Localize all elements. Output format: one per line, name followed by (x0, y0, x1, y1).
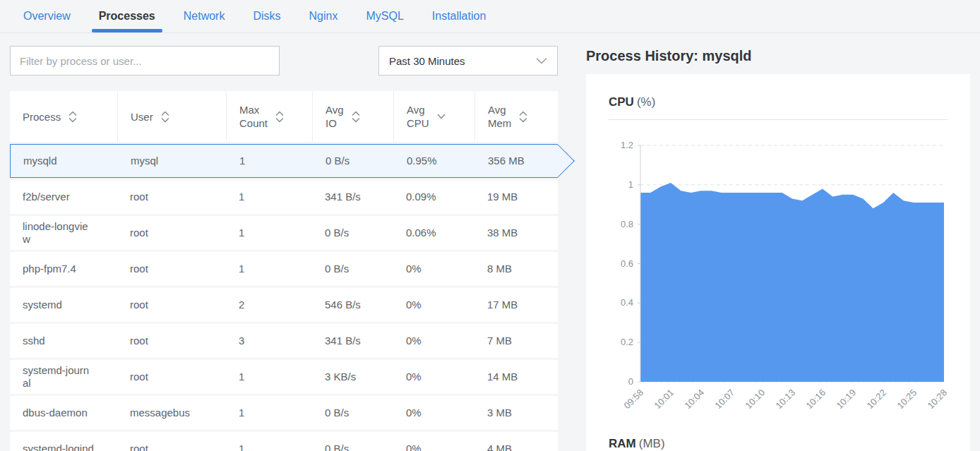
column-label: MaxCount (239, 103, 268, 130)
cell-avg-io: 0 B/s (312, 396, 393, 430)
table-row[interactable]: systemd-journalroot13 KB/s0%14 MB (10, 360, 558, 394)
cell-max-count: 1 (226, 252, 312, 286)
tab-nginx[interactable]: Nginx (295, 0, 352, 32)
cell-user: root (117, 216, 226, 250)
cell-user: messagebus (117, 396, 226, 430)
cell-avg-mem: 3 MB (474, 396, 558, 430)
cell-process: linode-longview (10, 216, 117, 250)
cell-max-count: 1 (226, 180, 312, 214)
column-header-max-count[interactable]: MaxCount (226, 91, 312, 142)
cell-avg-mem: 17 MB (474, 288, 558, 322)
cell-avg-cpu: 0.09% (393, 180, 474, 214)
cell-avg-mem: 38 MB (474, 216, 558, 250)
table-header-row: ProcessUserMaxCountAvgIOAvgCPUAvgMem (10, 91, 558, 142)
cell-user: root (117, 324, 226, 358)
cell-avg-io: 0 B/s (312, 216, 393, 250)
svg-text:09:58: 09:58 (622, 387, 646, 411)
cell-max-count: 1 (226, 396, 312, 430)
cell-avg-io: 341 B/s (312, 180, 393, 214)
svg-text:10:19: 10:19 (835, 387, 859, 411)
cell-avg-mem: 4 MB (474, 432, 558, 451)
column-header-avg-io[interactable]: AvgIO (312, 91, 393, 142)
sort-both-icon (68, 111, 77, 123)
time-range-select[interactable]: Past 30 Minutes (378, 46, 558, 76)
cell-avg-io: 3 KB/s (312, 360, 393, 394)
table-body: mysqldmysql10 B/s0.95%356 MBf2b/serverro… (10, 144, 558, 451)
sort-both-icon (352, 111, 360, 123)
cpu-section-divider (609, 119, 948, 120)
column-header-avg-cpu[interactable]: AvgCPU (393, 91, 474, 142)
column-header-process[interactable]: Process (10, 91, 117, 142)
time-range-value: Past 30 Minutes (389, 55, 465, 67)
cell-avg-cpu: 0% (393, 288, 474, 322)
table-row[interactable]: systemd-logindroot10 B/s0%4 MB (10, 432, 558, 451)
main-content: Past 30 Minutes ProcessUserMaxCountAvgIO… (0, 33, 980, 451)
cell-avg-cpu: 0.95% (394, 145, 475, 177)
filter-input[interactable] (10, 46, 280, 76)
table-row[interactable]: systemdroot2546 B/s0%17 MB (10, 288, 558, 322)
tab-disks[interactable]: Disks (239, 0, 294, 32)
process-list-pane: Past 30 Minutes ProcessUserMaxCountAvgIO… (10, 33, 558, 451)
table-controls: Past 30 Minutes (10, 46, 558, 76)
cell-max-count: 3 (226, 324, 312, 358)
table-row[interactable]: f2b/serverroot1341 B/s0.09%19 MB (10, 180, 558, 214)
table-row[interactable]: linode-longviewroot10 B/s0.06%38 MB (10, 216, 558, 250)
ram-section-title: RAM(MB) (609, 437, 948, 451)
column-header-avg-mem[interactable]: AvgMem (474, 91, 558, 142)
cpu-unit: (%) (637, 95, 655, 109)
cell-process: systemd-journal (10, 360, 117, 394)
svg-text:10:22: 10:22 (865, 387, 889, 411)
cell-user: root (117, 180, 226, 214)
sort-both-icon (161, 111, 169, 123)
column-label: AvgCPU (407, 103, 429, 130)
cell-max-count: 1 (227, 145, 313, 177)
ram-label: RAM (609, 437, 636, 450)
table-row[interactable]: sshdroot3341 B/s0%7 MB (10, 324, 558, 358)
sort-both-icon (275, 111, 284, 123)
cell-process: sshd (10, 324, 117, 358)
chevron-down-icon (536, 58, 547, 64)
svg-text:0.4: 0.4 (621, 297, 633, 308)
cell-avg-io: 0 B/s (313, 145, 394, 177)
sort-desc-icon (437, 114, 446, 119)
cell-avg-mem: 14 MB (474, 360, 558, 394)
cell-avg-cpu: 0.06% (393, 216, 474, 250)
column-header-user[interactable]: User (117, 91, 226, 142)
cell-process: f2b/server (10, 180, 117, 214)
tab-installation[interactable]: Installation (418, 0, 501, 32)
column-label: Process (23, 110, 61, 124)
tab-mysql[interactable]: MySQL (352, 0, 417, 32)
cell-avg-cpu: 0% (393, 432, 474, 451)
cell-avg-io: 341 B/s (312, 324, 393, 358)
cell-avg-mem: 19 MB (474, 180, 558, 214)
cpu-area-chart: 00.20.40.60.811.209:5810:0110:0410:0710:… (609, 124, 948, 433)
svg-text:10:07: 10:07 (713, 387, 737, 411)
cell-process: php-fpm7.4 (10, 252, 117, 286)
cell-user: root (117, 432, 226, 451)
cell-avg-mem: 8 MB (474, 252, 558, 286)
svg-text:10:25: 10:25 (895, 387, 919, 411)
svg-text:0.8: 0.8 (621, 219, 633, 229)
cell-max-count: 1 (226, 432, 312, 451)
column-label: AvgIO (325, 103, 344, 130)
svg-text:10:01: 10:01 (652, 387, 676, 411)
svg-text:10:16: 10:16 (804, 387, 828, 411)
sort-both-icon (519, 111, 527, 123)
column-label: AvgMem (488, 103, 511, 130)
svg-text:10:10: 10:10 (743, 387, 767, 411)
tab-network[interactable]: Network (169, 0, 239, 32)
table-row[interactable]: mysqldmysql10 B/s0.95%356 MB (10, 144, 558, 178)
process-history-title: Process History: mysqld (586, 48, 970, 64)
process-table: ProcessUserMaxCountAvgIOAvgCPUAvgMem mys… (10, 91, 558, 451)
tab-overview[interactable]: Overview (9, 0, 85, 32)
column-label: User (131, 110, 153, 124)
tab-bar: OverviewProcessesNetworkDisksNginxMySQLI… (0, 0, 980, 33)
cell-avg-io: 0 B/s (312, 432, 393, 451)
cell-avg-cpu: 0% (393, 360, 474, 394)
cell-max-count: 1 (226, 360, 312, 394)
tab-processes[interactable]: Processes (85, 0, 169, 32)
table-row[interactable]: dbus-daemonmessagebus10 B/s0%3 MB (10, 396, 558, 430)
svg-text:1.2: 1.2 (621, 140, 633, 150)
cpu-section-title: CPU(%) (609, 95, 948, 109)
table-row[interactable]: php-fpm7.4root10 B/s0%8 MB (10, 252, 558, 286)
